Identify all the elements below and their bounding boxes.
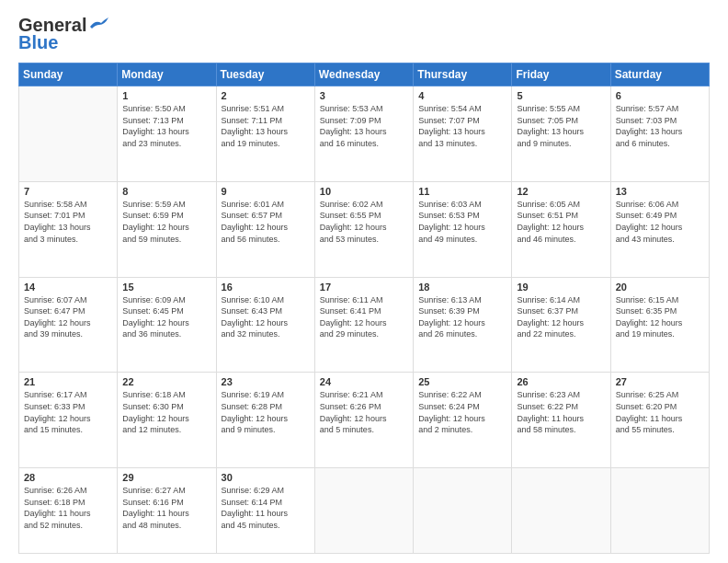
day-info: Sunrise: 6:11 AM Sunset: 6:41 PM Dayligh… xyxy=(320,294,408,340)
weekday-header-sunday: Sunday xyxy=(19,63,118,86)
calendar-cell xyxy=(414,468,512,554)
day-number: 4 xyxy=(418,90,506,101)
day-info: Sunrise: 6:03 AM Sunset: 6:53 PM Dayligh… xyxy=(418,199,506,245)
day-info: Sunrise: 6:02 AM Sunset: 6:55 PM Dayligh… xyxy=(320,199,408,245)
day-info: Sunrise: 5:51 AM Sunset: 7:11 PM Dayligh… xyxy=(222,103,310,149)
calendar-cell: 16Sunrise: 6:10 AM Sunset: 6:43 PM Dayli… xyxy=(216,277,314,373)
calendar-cell: 19Sunrise: 6:14 AM Sunset: 6:37 PM Dayli… xyxy=(512,277,610,373)
day-info: Sunrise: 5:50 AM Sunset: 7:13 PM Dayligh… xyxy=(122,103,210,149)
logo-blue: Blue xyxy=(18,32,58,53)
day-info: Sunrise: 6:09 AM Sunset: 6:45 PM Dayligh… xyxy=(122,294,210,340)
day-info: Sunrise: 6:17 AM Sunset: 6:33 PM Dayligh… xyxy=(24,389,112,435)
day-number: 30 xyxy=(222,472,310,483)
calendar-cell: 21Sunrise: 6:17 AM Sunset: 6:33 PM Dayli… xyxy=(19,373,118,468)
logo: General Blue xyxy=(18,15,108,53)
day-number: 8 xyxy=(122,186,210,197)
day-info: Sunrise: 6:22 AM Sunset: 6:24 PM Dayligh… xyxy=(418,389,506,435)
calendar-cell xyxy=(610,468,709,554)
calendar-cell xyxy=(314,468,413,554)
day-number: 10 xyxy=(320,186,408,197)
day-number: 25 xyxy=(418,376,506,387)
calendar-cell: 24Sunrise: 6:21 AM Sunset: 6:26 PM Dayli… xyxy=(314,373,413,468)
day-number: 24 xyxy=(320,376,408,387)
weekday-header-tuesday: Tuesday xyxy=(216,63,314,86)
day-info: Sunrise: 6:15 AM Sunset: 6:35 PM Dayligh… xyxy=(616,294,704,340)
calendar-cell: 30Sunrise: 6:29 AM Sunset: 6:14 PM Dayli… xyxy=(216,468,314,554)
day-info: Sunrise: 6:07 AM Sunset: 6:47 PM Dayligh… xyxy=(24,294,112,340)
calendar-cell: 12Sunrise: 6:05 AM Sunset: 6:51 PM Dayli… xyxy=(512,181,610,277)
day-number: 16 xyxy=(222,282,310,293)
day-info: Sunrise: 6:19 AM Sunset: 6:28 PM Dayligh… xyxy=(222,389,310,435)
day-number: 20 xyxy=(616,282,704,293)
weekday-header-saturday: Saturday xyxy=(610,63,709,86)
calendar-cell: 27Sunrise: 6:25 AM Sunset: 6:20 PM Dayli… xyxy=(610,373,709,468)
calendar-cell: 14Sunrise: 6:07 AM Sunset: 6:47 PM Dayli… xyxy=(19,277,118,373)
calendar-week-4: 21Sunrise: 6:17 AM Sunset: 6:33 PM Dayli… xyxy=(19,373,710,468)
calendar-cell: 7Sunrise: 5:58 AM Sunset: 7:01 PM Daylig… xyxy=(19,181,118,277)
calendar-cell: 13Sunrise: 6:06 AM Sunset: 6:49 PM Dayli… xyxy=(610,181,709,277)
calendar-cell: 15Sunrise: 6:09 AM Sunset: 6:45 PM Dayli… xyxy=(118,277,216,373)
weekday-header-wednesday: Wednesday xyxy=(314,63,413,86)
calendar-cell: 3Sunrise: 5:53 AM Sunset: 7:09 PM Daylig… xyxy=(314,86,413,182)
day-info: Sunrise: 6:13 AM Sunset: 6:39 PM Dayligh… xyxy=(418,294,506,340)
calendar-cell: 23Sunrise: 6:19 AM Sunset: 6:28 PM Dayli… xyxy=(216,373,314,468)
header: General Blue xyxy=(18,15,710,53)
day-number: 15 xyxy=(122,282,210,293)
day-info: Sunrise: 6:14 AM Sunset: 6:37 PM Dayligh… xyxy=(517,294,605,340)
day-number: 22 xyxy=(122,376,210,387)
day-number: 11 xyxy=(418,186,506,197)
day-info: Sunrise: 6:23 AM Sunset: 6:22 PM Dayligh… xyxy=(517,389,605,435)
calendar-cell xyxy=(19,86,118,182)
calendar-week-3: 14Sunrise: 6:07 AM Sunset: 6:47 PM Dayli… xyxy=(19,277,710,373)
calendar-cell: 9Sunrise: 6:01 AM Sunset: 6:57 PM Daylig… xyxy=(216,181,314,277)
day-number: 1 xyxy=(122,90,210,101)
day-number: 2 xyxy=(222,90,310,101)
weekday-header-monday: Monday xyxy=(118,63,216,86)
day-info: Sunrise: 6:05 AM Sunset: 6:51 PM Dayligh… xyxy=(517,199,605,245)
day-info: Sunrise: 5:59 AM Sunset: 6:59 PM Dayligh… xyxy=(122,199,210,245)
logo-bird-icon xyxy=(88,17,108,30)
day-info: Sunrise: 5:54 AM Sunset: 7:07 PM Dayligh… xyxy=(418,103,506,149)
calendar-cell: 28Sunrise: 6:26 AM Sunset: 6:18 PM Dayli… xyxy=(19,468,118,554)
day-info: Sunrise: 5:55 AM Sunset: 7:05 PM Dayligh… xyxy=(517,103,605,149)
day-info: Sunrise: 5:57 AM Sunset: 7:03 PM Dayligh… xyxy=(616,103,704,149)
day-info: Sunrise: 5:53 AM Sunset: 7:09 PM Dayligh… xyxy=(320,103,408,149)
day-number: 12 xyxy=(517,186,605,197)
weekday-header-row: SundayMondayTuesdayWednesdayThursdayFrid… xyxy=(19,63,710,86)
day-number: 9 xyxy=(222,186,310,197)
day-number: 5 xyxy=(517,90,605,101)
calendar-cell: 29Sunrise: 6:27 AM Sunset: 6:16 PM Dayli… xyxy=(118,468,216,554)
day-info: Sunrise: 6:18 AM Sunset: 6:30 PM Dayligh… xyxy=(122,389,210,435)
calendar-cell: 26Sunrise: 6:23 AM Sunset: 6:22 PM Dayli… xyxy=(512,373,610,468)
day-number: 6 xyxy=(616,90,704,101)
day-number: 7 xyxy=(24,186,112,197)
calendar-week-5: 28Sunrise: 6:26 AM Sunset: 6:18 PM Dayli… xyxy=(19,468,710,554)
day-number: 14 xyxy=(24,282,112,293)
calendar-cell: 25Sunrise: 6:22 AM Sunset: 6:24 PM Dayli… xyxy=(414,373,512,468)
calendar-cell xyxy=(512,468,610,554)
day-info: Sunrise: 6:06 AM Sunset: 6:49 PM Dayligh… xyxy=(616,199,704,245)
day-number: 19 xyxy=(517,282,605,293)
calendar-cell: 10Sunrise: 6:02 AM Sunset: 6:55 PM Dayli… xyxy=(314,181,413,277)
day-number: 13 xyxy=(616,186,704,197)
day-number: 17 xyxy=(320,282,408,293)
day-info: Sunrise: 6:26 AM Sunset: 6:18 PM Dayligh… xyxy=(24,485,112,531)
calendar-cell: 18Sunrise: 6:13 AM Sunset: 6:39 PM Dayli… xyxy=(414,277,512,373)
calendar-cell: 20Sunrise: 6:15 AM Sunset: 6:35 PM Dayli… xyxy=(610,277,709,373)
day-number: 28 xyxy=(24,472,112,483)
day-info: Sunrise: 5:58 AM Sunset: 7:01 PM Dayligh… xyxy=(24,199,112,245)
calendar-cell: 11Sunrise: 6:03 AM Sunset: 6:53 PM Dayli… xyxy=(414,181,512,277)
calendar-cell: 22Sunrise: 6:18 AM Sunset: 6:30 PM Dayli… xyxy=(118,373,216,468)
day-info: Sunrise: 6:29 AM Sunset: 6:14 PM Dayligh… xyxy=(222,485,310,531)
day-info: Sunrise: 6:01 AM Sunset: 6:57 PM Dayligh… xyxy=(222,199,310,245)
day-number: 27 xyxy=(616,376,704,387)
day-info: Sunrise: 6:27 AM Sunset: 6:16 PM Dayligh… xyxy=(122,485,210,531)
day-number: 18 xyxy=(418,282,506,293)
calendar-cell: 1Sunrise: 5:50 AM Sunset: 7:13 PM Daylig… xyxy=(118,86,216,182)
day-info: Sunrise: 6:10 AM Sunset: 6:43 PM Dayligh… xyxy=(222,294,310,340)
day-number: 26 xyxy=(517,376,605,387)
calendar-cell: 2Sunrise: 5:51 AM Sunset: 7:11 PM Daylig… xyxy=(216,86,314,182)
calendar-cell: 4Sunrise: 5:54 AM Sunset: 7:07 PM Daylig… xyxy=(414,86,512,182)
day-info: Sunrise: 6:21 AM Sunset: 6:26 PM Dayligh… xyxy=(320,389,408,435)
day-number: 29 xyxy=(122,472,210,483)
